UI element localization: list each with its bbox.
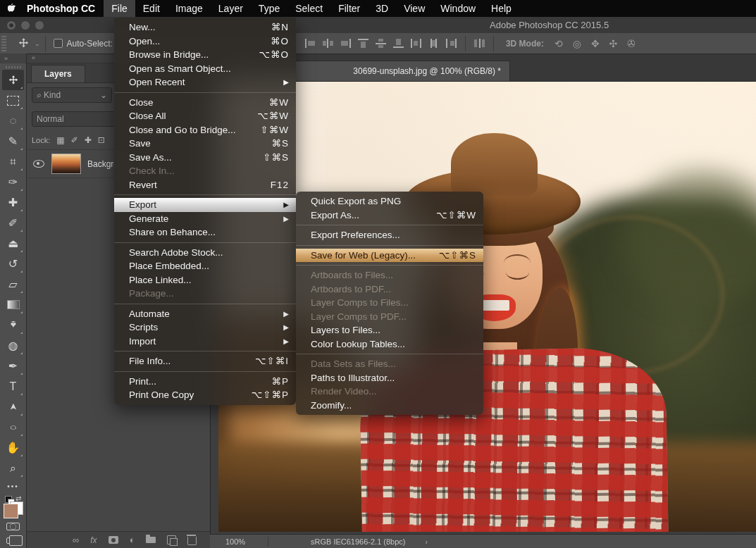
tab-layers[interactable]: Layers bbox=[31, 65, 85, 82]
file-menu-item-place-linked[interactable]: Place Linked... bbox=[114, 273, 296, 287]
export-submenu-item-layers-to-files[interactable]: Layers to Files... bbox=[296, 323, 483, 337]
3d-slide-icon[interactable]: ✣ bbox=[609, 38, 618, 49]
align-right-edges-icon[interactable] bbox=[340, 39, 351, 48]
options-bar-grip[interactable] bbox=[1, 36, 6, 51]
menubar-item-file[interactable]: File bbox=[104, 0, 135, 17]
crop-tool[interactable]: ⌗ bbox=[2, 151, 24, 172]
default-swap-colors[interactable]: ⇄ bbox=[5, 494, 22, 500]
auto-select-checkbox[interactable] bbox=[54, 39, 63, 48]
gradient-tool[interactable] bbox=[2, 294, 24, 315]
menubar-item-filter[interactable]: Filter bbox=[330, 0, 368, 17]
screen-mode-button[interactable] bbox=[6, 537, 20, 544]
ellipse-shape-tool[interactable]: ○ bbox=[2, 417, 24, 437]
file-menu-item-print-one-copy[interactable]: Print One Copy⌥⇧⌘P bbox=[114, 388, 296, 402]
adjustment-layer-icon[interactable]: ◐ bbox=[130, 535, 135, 545]
3d-orbit-icon[interactable]: ⟲ bbox=[554, 38, 563, 49]
menubar-item-image[interactable]: Image bbox=[168, 0, 211, 17]
spot-healing-brush-tool[interactable]: ✚ bbox=[2, 192, 24, 213]
file-menu-item-open-as-smart-object[interactable]: Open as Smart Object... bbox=[114, 62, 296, 76]
layer-group-icon[interactable] bbox=[146, 537, 156, 543]
file-menu-item-scripts[interactable]: Scripts▶ bbox=[114, 320, 296, 335]
layer-thumbnail[interactable] bbox=[51, 154, 81, 174]
3d-roll-icon[interactable]: ◎ bbox=[573, 38, 581, 49]
lasso-tool[interactable]: ◌ bbox=[2, 111, 24, 131]
close-window-button[interactable] bbox=[7, 21, 16, 30]
align-top-edges-icon[interactable] bbox=[358, 39, 368, 48]
file-menu-item-save[interactable]: Save⌘S bbox=[114, 137, 296, 151]
menubar-item-type[interactable]: Type bbox=[251, 0, 287, 17]
align-bottom-edges-icon[interactable] bbox=[393, 39, 404, 48]
tools-panel-collapse[interactable]: » bbox=[0, 54, 26, 63]
file-menu-item-close-all[interactable]: Close All⌥⌘W bbox=[114, 109, 296, 123]
foreground-color-swatch[interactable] bbox=[4, 504, 18, 518]
lock-artboard-icon[interactable]: ⊡ bbox=[98, 135, 105, 145]
eraser-tool[interactable]: ▱ bbox=[2, 274, 24, 294]
layer-mask-icon[interactable] bbox=[109, 536, 118, 544]
export-submenu-item-export-preferences[interactable]: Export Preferences... bbox=[296, 228, 483, 242]
file-menu-item-automate[interactable]: Automate▶ bbox=[114, 307, 296, 321]
file-menu-item-export[interactable]: Export▶ bbox=[114, 198, 296, 212]
layer-effects-icon[interactable]: fx bbox=[90, 535, 97, 545]
menubar-item-select[interactable]: Select bbox=[287, 0, 330, 17]
file-menu-item-share-on-behance[interactable]: Share on Behance... bbox=[114, 225, 296, 239]
file-menu-item-file-info[interactable]: File Info...⌥⇧⌘I bbox=[114, 354, 296, 368]
link-layers-icon[interactable]: ∞ bbox=[73, 535, 79, 545]
menubar-item-layer[interactable]: Layer bbox=[211, 0, 251, 17]
new-layer-icon[interactable] bbox=[167, 535, 176, 544]
eyedropper-tool[interactable]: ✑ bbox=[2, 172, 24, 192]
status-options-chevron[interactable]: › bbox=[426, 538, 428, 546]
zoom-window-button[interactable] bbox=[35, 21, 44, 30]
align-vertical-centers-icon[interactable] bbox=[376, 39, 386, 48]
file-menu-item-import[interactable]: Import▶ bbox=[114, 335, 296, 349]
file-menu-item-open-recent[interactable]: Open Recent▶ bbox=[114, 75, 296, 89]
file-menu-item-generate[interactable]: Generate▶ bbox=[114, 212, 296, 226]
distribute-top-edges-icon[interactable] bbox=[411, 39, 421, 48]
file-menu-item-close-and-go-to-bridge[interactable]: Close and Go to Bridge...⇧⌘W bbox=[114, 123, 296, 137]
path-selection-tool[interactable]: ➤ bbox=[2, 397, 24, 417]
rectangular-marquee-tool[interactable] bbox=[2, 90, 24, 111]
menubar-item-3d[interactable]: 3D bbox=[368, 0, 396, 17]
export-submenu-item-export-as[interactable]: Export As...⌥⇧⌘W bbox=[296, 208, 483, 223]
file-menu-item-print[interactable]: Print...⌘P bbox=[114, 375, 296, 389]
distribute-bottom-edges-icon[interactable] bbox=[446, 39, 457, 48]
layer-visibility-eye-icon[interactable] bbox=[33, 160, 44, 168]
lock-image-pixels-icon[interactable]: ✐ bbox=[71, 135, 78, 145]
chevron-down-icon[interactable]: ⌄ bbox=[35, 40, 40, 47]
zoom-level-field[interactable]: 100% bbox=[225, 537, 268, 546]
kind-filter-dropdown[interactable]: ⌕ Kind ⌄ bbox=[32, 87, 112, 103]
distribute-spacing-icon[interactable] bbox=[474, 39, 485, 48]
apple-menu[interactable] bbox=[0, 3, 24, 14]
export-submenu-item-save-for-web-legacy[interactable]: Save for Web (Legacy)...⌥⇧⌘S bbox=[296, 249, 483, 263]
move-tool-preset-icon[interactable] bbox=[15, 37, 32, 49]
menubar-item-window[interactable]: Window bbox=[433, 0, 483, 17]
file-menu-item-browse-in-bridge[interactable]: Browse in Bridge...⌥⌘O bbox=[114, 48, 296, 62]
move-tool[interactable] bbox=[2, 70, 24, 90]
blur-tool[interactable]: ♠ bbox=[2, 315, 24, 335]
menubar-item-help[interactable]: Help bbox=[483, 0, 519, 17]
menubar-item-edit[interactable]: Edit bbox=[135, 0, 168, 17]
align-left-edges-icon[interactable] bbox=[305, 39, 316, 48]
tools-panel-grip[interactable] bbox=[6, 66, 21, 68]
file-menu-item-save-as[interactable]: Save As...⇧⌘S bbox=[114, 151, 296, 165]
file-menu-item-place-embedded[interactable]: Place Embedded... bbox=[114, 259, 296, 273]
file-menu-item-revert[interactable]: RevertF12 bbox=[114, 178, 296, 192]
align-horizontal-centers-icon[interactable] bbox=[323, 39, 333, 48]
file-menu-item-close[interactable]: Close⌘W bbox=[114, 96, 296, 110]
hand-tool[interactable]: ✋ bbox=[2, 437, 24, 458]
minimize-window-button[interactable] bbox=[21, 21, 30, 30]
lock-position-icon[interactable]: ✚ bbox=[85, 135, 92, 145]
edit-toolbar-button[interactable]: ••• bbox=[7, 482, 19, 490]
3d-zoom-camera-icon[interactable]: ✇ bbox=[627, 38, 636, 49]
file-menu-item-open[interactable]: Open...⌘O bbox=[114, 35, 296, 49]
quick-selection-tool[interactable]: ✎ bbox=[2, 131, 24, 151]
lock-transparent-pixels-icon[interactable]: ▦ bbox=[56, 135, 64, 145]
zoom-tool[interactable]: ⌕ bbox=[2, 458, 24, 478]
brush-tool[interactable]: ✐ bbox=[2, 213, 24, 233]
clone-stamp-tool[interactable]: ⏏ bbox=[2, 233, 24, 254]
menubar-item-view[interactable]: View bbox=[396, 0, 433, 17]
export-submenu-item-quick-export-as-png[interactable]: Quick Export as PNG bbox=[296, 194, 483, 208]
delete-layer-icon[interactable] bbox=[187, 535, 197, 545]
3d-pan-icon[interactable]: ✥ bbox=[591, 38, 600, 49]
export-submenu-item-zoomify[interactable]: Zoomify... bbox=[296, 399, 483, 413]
export-submenu-item-paths-to-illustrator[interactable]: Paths to Illustrator... bbox=[296, 371, 483, 385]
